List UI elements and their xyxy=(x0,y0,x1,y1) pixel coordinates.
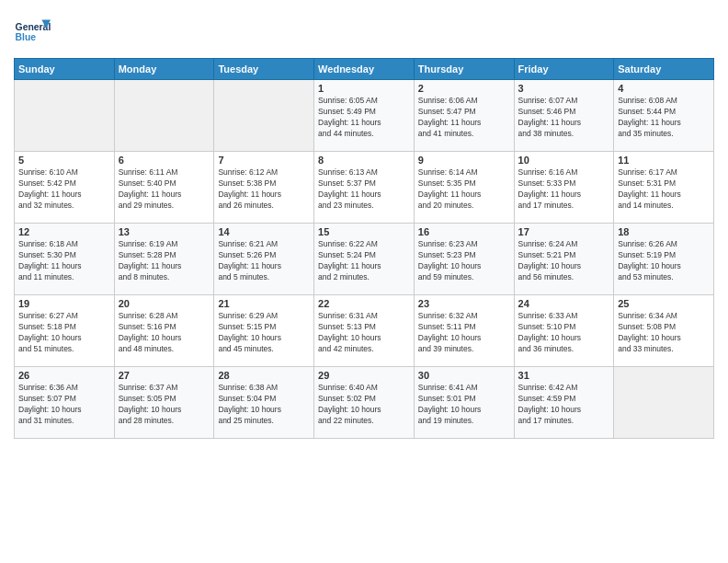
weekday-header-row: SundayMondayTuesdayWednesdayThursdayFrid… xyxy=(15,59,714,80)
day-number: 13 xyxy=(119,226,210,237)
day-number: 20 xyxy=(119,298,210,309)
calendar-cell: 23Sunrise: 6:32 AM Sunset: 5:11 PM Dayli… xyxy=(414,295,514,367)
day-number: 3 xyxy=(518,83,610,94)
day-number: 6 xyxy=(119,155,210,166)
day-info: Sunrise: 6:18 AM Sunset: 5:30 PM Dayligh… xyxy=(18,239,110,283)
day-number: 2 xyxy=(418,83,510,94)
day-info: Sunrise: 6:41 AM Sunset: 5:01 PM Dayligh… xyxy=(418,383,510,427)
day-info: Sunrise: 6:29 AM Sunset: 5:15 PM Dayligh… xyxy=(218,311,310,355)
calendar-cell: 28Sunrise: 6:38 AM Sunset: 5:04 PM Dayli… xyxy=(214,367,314,439)
calendar-cell: 22Sunrise: 6:31 AM Sunset: 5:13 PM Dayli… xyxy=(314,295,415,367)
calendar-container: General Blue SundayMondayTuesdayWednesda… xyxy=(0,0,728,563)
calendar-cell: 1Sunrise: 6:05 AM Sunset: 5:49 PM Daylig… xyxy=(314,80,415,152)
day-info: Sunrise: 6:19 AM Sunset: 5:28 PM Dayligh… xyxy=(119,239,210,283)
day-info: Sunrise: 6:32 AM Sunset: 5:11 PM Dayligh… xyxy=(418,311,510,355)
day-info: Sunrise: 6:31 AM Sunset: 5:13 PM Dayligh… xyxy=(318,311,410,355)
day-number: 16 xyxy=(418,226,510,237)
calendar-cell: 4Sunrise: 6:08 AM Sunset: 5:44 PM Daylig… xyxy=(614,80,714,152)
day-number: 21 xyxy=(218,298,310,309)
logo: General Blue xyxy=(14,14,54,51)
day-info: Sunrise: 6:21 AM Sunset: 5:26 PM Dayligh… xyxy=(218,239,310,283)
day-info: Sunrise: 6:27 AM Sunset: 5:18 PM Dayligh… xyxy=(18,311,110,355)
calendar-cell: 26Sunrise: 6:36 AM Sunset: 5:07 PM Dayli… xyxy=(15,367,115,439)
day-info: Sunrise: 6:10 AM Sunset: 5:42 PM Dayligh… xyxy=(18,167,110,212)
calendar-cell: 24Sunrise: 6:33 AM Sunset: 5:10 PM Dayli… xyxy=(514,295,614,367)
calendar-cell: 15Sunrise: 6:22 AM Sunset: 5:24 PM Dayli… xyxy=(314,224,415,295)
calendar-cell: 9Sunrise: 6:14 AM Sunset: 5:35 PM Daylig… xyxy=(414,152,514,224)
day-info: Sunrise: 6:06 AM Sunset: 5:47 PM Dayligh… xyxy=(418,96,510,140)
calendar-cell xyxy=(114,80,214,152)
weekday-header-sunday: Sunday xyxy=(15,59,115,80)
calendar-cell: 21Sunrise: 6:29 AM Sunset: 5:15 PM Dayli… xyxy=(214,295,314,367)
calendar-cell: 18Sunrise: 6:26 AM Sunset: 5:19 PM Dayli… xyxy=(614,224,714,295)
day-info: Sunrise: 6:13 AM Sunset: 5:37 PM Dayligh… xyxy=(318,167,410,212)
day-info: Sunrise: 6:22 AM Sunset: 5:24 PM Dayligh… xyxy=(318,239,410,283)
calendar-cell: 8Sunrise: 6:13 AM Sunset: 5:37 PM Daylig… xyxy=(314,152,415,224)
day-info: Sunrise: 6:26 AM Sunset: 5:19 PM Dayligh… xyxy=(618,239,710,283)
day-info: Sunrise: 6:11 AM Sunset: 5:40 PM Dayligh… xyxy=(119,167,210,212)
calendar-week-row: 5Sunrise: 6:10 AM Sunset: 5:42 PM Daylig… xyxy=(15,152,714,224)
calendar-week-row: 12Sunrise: 6:18 AM Sunset: 5:30 PM Dayli… xyxy=(15,224,714,295)
day-number: 5 xyxy=(18,155,110,166)
header: General Blue xyxy=(14,9,714,51)
day-info: Sunrise: 6:14 AM Sunset: 5:35 PM Dayligh… xyxy=(418,167,510,212)
day-number: 8 xyxy=(318,155,410,166)
calendar-cell: 30Sunrise: 6:41 AM Sunset: 5:01 PM Dayli… xyxy=(414,367,514,439)
day-number: 29 xyxy=(318,370,410,381)
day-info: Sunrise: 6:08 AM Sunset: 5:44 PM Dayligh… xyxy=(618,96,710,140)
weekday-header-wednesday: Wednesday xyxy=(314,59,415,80)
calendar-week-row: 19Sunrise: 6:27 AM Sunset: 5:18 PM Dayli… xyxy=(15,295,714,367)
weekday-header-saturday: Saturday xyxy=(614,59,714,80)
weekday-header-friday: Friday xyxy=(514,59,614,80)
calendar-cell xyxy=(614,367,714,439)
weekday-header-monday: Monday xyxy=(114,59,214,80)
calendar-table: SundayMondayTuesdayWednesdayThursdayFrid… xyxy=(14,58,714,439)
day-info: Sunrise: 6:24 AM Sunset: 5:21 PM Dayligh… xyxy=(518,239,610,283)
day-info: Sunrise: 6:12 AM Sunset: 5:38 PM Dayligh… xyxy=(218,167,310,212)
calendar-cell: 20Sunrise: 6:28 AM Sunset: 5:16 PM Dayli… xyxy=(114,295,214,367)
day-number: 28 xyxy=(218,370,310,381)
day-number: 14 xyxy=(218,226,310,237)
day-number: 15 xyxy=(318,226,410,237)
day-number: 31 xyxy=(518,370,610,381)
logo-icon: General Blue xyxy=(14,14,51,51)
day-info: Sunrise: 6:36 AM Sunset: 5:07 PM Dayligh… xyxy=(18,383,110,427)
day-number: 22 xyxy=(318,298,410,309)
day-info: Sunrise: 6:28 AM Sunset: 5:16 PM Dayligh… xyxy=(119,311,210,355)
calendar-cell: 29Sunrise: 6:40 AM Sunset: 5:02 PM Dayli… xyxy=(314,367,415,439)
calendar-cell: 2Sunrise: 6:06 AM Sunset: 5:47 PM Daylig… xyxy=(414,80,514,152)
day-info: Sunrise: 6:23 AM Sunset: 5:23 PM Dayligh… xyxy=(418,239,510,283)
svg-text:Blue: Blue xyxy=(16,32,37,42)
day-info: Sunrise: 6:16 AM Sunset: 5:33 PM Dayligh… xyxy=(518,167,610,212)
calendar-cell: 25Sunrise: 6:34 AM Sunset: 5:08 PM Dayli… xyxy=(614,295,714,367)
calendar-cell: 14Sunrise: 6:21 AM Sunset: 5:26 PM Dayli… xyxy=(214,224,314,295)
day-number: 27 xyxy=(119,370,210,381)
calendar-week-row: 1Sunrise: 6:05 AM Sunset: 5:49 PM Daylig… xyxy=(15,80,714,152)
calendar-cell: 5Sunrise: 6:10 AM Sunset: 5:42 PM Daylig… xyxy=(15,152,115,224)
calendar-week-row: 26Sunrise: 6:36 AM Sunset: 5:07 PM Dayli… xyxy=(15,367,714,439)
day-info: Sunrise: 6:40 AM Sunset: 5:02 PM Dayligh… xyxy=(318,383,410,427)
day-number: 1 xyxy=(318,83,410,94)
day-number: 12 xyxy=(18,226,110,237)
day-number: 11 xyxy=(618,155,710,166)
calendar-cell: 13Sunrise: 6:19 AM Sunset: 5:28 PM Dayli… xyxy=(114,224,214,295)
weekday-header-thursday: Thursday xyxy=(414,59,514,80)
calendar-cell: 27Sunrise: 6:37 AM Sunset: 5:05 PM Dayli… xyxy=(114,367,214,439)
day-info: Sunrise: 6:33 AM Sunset: 5:10 PM Dayligh… xyxy=(518,311,610,355)
day-info: Sunrise: 6:05 AM Sunset: 5:49 PM Dayligh… xyxy=(318,96,410,140)
day-number: 30 xyxy=(418,370,510,381)
day-number: 19 xyxy=(18,298,110,309)
calendar-cell: 6Sunrise: 6:11 AM Sunset: 5:40 PM Daylig… xyxy=(114,152,214,224)
calendar-cell: 31Sunrise: 6:42 AM Sunset: 4:59 PM Dayli… xyxy=(514,367,614,439)
day-number: 9 xyxy=(418,155,510,166)
day-number: 23 xyxy=(418,298,510,309)
day-number: 25 xyxy=(618,298,710,309)
calendar-cell: 11Sunrise: 6:17 AM Sunset: 5:31 PM Dayli… xyxy=(614,152,714,224)
day-info: Sunrise: 6:07 AM Sunset: 5:46 PM Dayligh… xyxy=(518,96,610,140)
day-info: Sunrise: 6:34 AM Sunset: 5:08 PM Dayligh… xyxy=(618,311,710,355)
day-number: 10 xyxy=(518,155,610,166)
day-info: Sunrise: 6:38 AM Sunset: 5:04 PM Dayligh… xyxy=(218,383,310,427)
day-number: 7 xyxy=(218,155,310,166)
calendar-header: SundayMondayTuesdayWednesdayThursdayFrid… xyxy=(15,59,714,80)
day-number: 24 xyxy=(518,298,610,309)
